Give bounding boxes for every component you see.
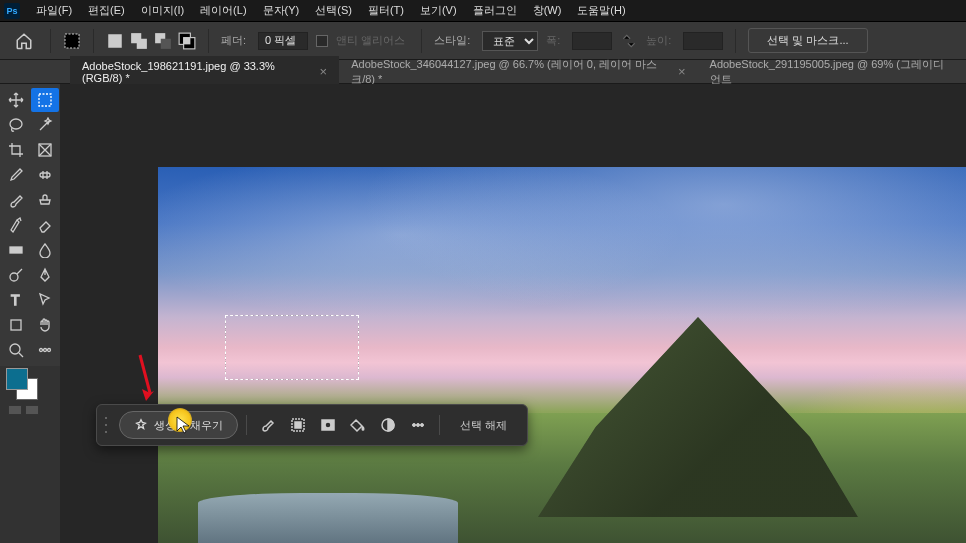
divider xyxy=(93,29,94,53)
svg-rect-8 xyxy=(184,37,191,44)
zoom-tool[interactable] xyxy=(2,338,30,362)
divider xyxy=(50,29,51,53)
deselect-button[interactable]: 선택 해제 xyxy=(448,411,519,439)
document-tabs: AdobeStock_198621191.jpeg @ 33.3% (RGB/8… xyxy=(0,60,966,84)
svg-point-10 xyxy=(10,119,22,129)
move-tool[interactable] xyxy=(2,88,30,112)
shape-tool[interactable] xyxy=(2,313,30,337)
svg-rect-0 xyxy=(65,34,79,48)
menu-layer[interactable]: 레이어(L) xyxy=(192,3,254,18)
gradient-tool[interactable] xyxy=(2,238,30,262)
marquee-tool[interactable] xyxy=(31,88,59,112)
close-icon[interactable]: × xyxy=(678,65,686,78)
selection-marquee[interactable] xyxy=(225,315,359,380)
svg-point-26 xyxy=(413,424,416,427)
style-label: 스타일: xyxy=(434,33,474,48)
mask-icon[interactable] xyxy=(315,412,341,438)
svg-point-14 xyxy=(10,273,18,281)
svg-rect-5 xyxy=(161,38,171,48)
menu-help[interactable]: 도움말(H) xyxy=(569,3,633,18)
adjust-icon[interactable] xyxy=(375,412,401,438)
pen-tool[interactable] xyxy=(31,263,59,287)
history-brush-tool[interactable] xyxy=(2,213,30,237)
divider xyxy=(439,415,440,435)
menu-file[interactable]: 파일(F) xyxy=(28,3,80,18)
type-tool[interactable]: T xyxy=(2,288,30,312)
svg-point-17 xyxy=(10,344,20,354)
swap-dims-icon xyxy=(620,32,638,50)
svg-point-18 xyxy=(40,349,43,352)
brush-tool[interactable] xyxy=(2,188,30,212)
svg-rect-16 xyxy=(11,320,21,330)
svg-rect-12 xyxy=(40,173,50,177)
workspace: 생성형 채우기 선택 해제 xyxy=(60,84,966,543)
svg-rect-9 xyxy=(39,94,51,106)
menu-plugin[interactable]: 플러그인 xyxy=(465,3,525,18)
tools-panel: T xyxy=(0,84,60,366)
svg-text:T: T xyxy=(11,292,20,308)
feather-input[interactable] xyxy=(258,32,308,50)
feather-label: 페더: xyxy=(221,33,250,48)
new-selection-icon[interactable] xyxy=(106,32,124,50)
antialias-checkbox xyxy=(316,35,328,47)
clone-stamp-tool[interactable] xyxy=(31,188,59,212)
contextual-task-bar[interactable]: 생성형 채우기 선택 해제 xyxy=(96,404,528,446)
brush-selection-icon[interactable] xyxy=(255,412,281,438)
frame-tool[interactable] xyxy=(31,138,59,162)
edit-toolbar[interactable] xyxy=(31,338,59,362)
tab-label: AdobeStock_346044127.jpeg @ 66.7% (레이어 0… xyxy=(351,57,672,87)
hand-tool[interactable] xyxy=(31,313,59,337)
style-select[interactable]: 표준 xyxy=(482,31,538,51)
tab-label: AdobeStock_198621191.jpeg @ 33.3% (RGB/8… xyxy=(82,60,314,84)
intersect-selection-icon[interactable] xyxy=(178,32,196,50)
home-button[interactable] xyxy=(10,27,38,55)
marquee-tool-indicator-icon[interactable] xyxy=(63,32,81,50)
crop-tool[interactable] xyxy=(2,138,30,162)
modify-selection-icon[interactable] xyxy=(285,412,311,438)
svg-point-19 xyxy=(44,349,47,352)
drag-handle-icon[interactable] xyxy=(105,415,111,435)
tab-doc-1[interactable]: AdobeStock_198621191.jpeg @ 33.3% (RGB/8… xyxy=(70,56,339,88)
menu-type[interactable]: 문자(Y) xyxy=(255,3,308,18)
svg-point-20 xyxy=(48,349,51,352)
menu-window[interactable]: 창(W) xyxy=(525,3,570,18)
dodge-tool[interactable] xyxy=(2,263,30,287)
divider xyxy=(208,29,209,53)
svg-point-24 xyxy=(325,422,331,428)
quick-mask-toggle[interactable] xyxy=(8,405,39,415)
eyedropper-tool[interactable] xyxy=(2,163,30,187)
antialias-label: 앤티 앨리어스 xyxy=(336,33,409,48)
menu-image[interactable]: 이미지(I) xyxy=(133,3,192,18)
svg-rect-22 xyxy=(295,422,301,428)
menu-edit[interactable]: 편집(E) xyxy=(80,3,133,18)
svg-rect-1 xyxy=(108,34,122,48)
subtract-selection-icon[interactable] xyxy=(154,32,172,50)
lasso-tool[interactable] xyxy=(2,113,30,137)
magic-wand-tool[interactable] xyxy=(31,113,59,137)
svg-rect-3 xyxy=(137,38,147,48)
menu-bar: Ps 파일(F) 편집(E) 이미지(I) 레이어(L) 문자(Y) 선택(S)… xyxy=(0,0,966,22)
menu-filter[interactable]: 필터(T) xyxy=(360,3,412,18)
selection-mode-group xyxy=(106,32,196,50)
divider xyxy=(246,415,247,435)
eraser-tool[interactable] xyxy=(31,213,59,237)
path-selection-tool[interactable] xyxy=(31,288,59,312)
divider xyxy=(421,29,422,53)
ps-logo: Ps xyxy=(4,3,20,19)
add-selection-icon[interactable] xyxy=(130,32,148,50)
tab-label: AdobeStock_291195005.jpeg @ 69% (그레이디언트 xyxy=(710,57,954,87)
height-label: 높이: xyxy=(646,33,675,48)
svg-point-27 xyxy=(417,424,420,427)
fill-icon[interactable] xyxy=(345,412,371,438)
close-icon[interactable]: × xyxy=(320,65,328,78)
menu-view[interactable]: 보기(V) xyxy=(412,3,465,18)
menu-select[interactable]: 선택(S) xyxy=(307,3,360,18)
select-and-mask-button[interactable]: 선택 및 마스크... xyxy=(748,28,867,53)
blur-tool[interactable] xyxy=(31,238,59,262)
svg-point-28 xyxy=(421,424,424,427)
width-label: 폭: xyxy=(546,33,564,48)
more-icon[interactable] xyxy=(405,412,431,438)
foreground-color-swatch[interactable] xyxy=(6,368,28,390)
healing-brush-tool[interactable] xyxy=(31,163,59,187)
image-water xyxy=(198,493,458,543)
